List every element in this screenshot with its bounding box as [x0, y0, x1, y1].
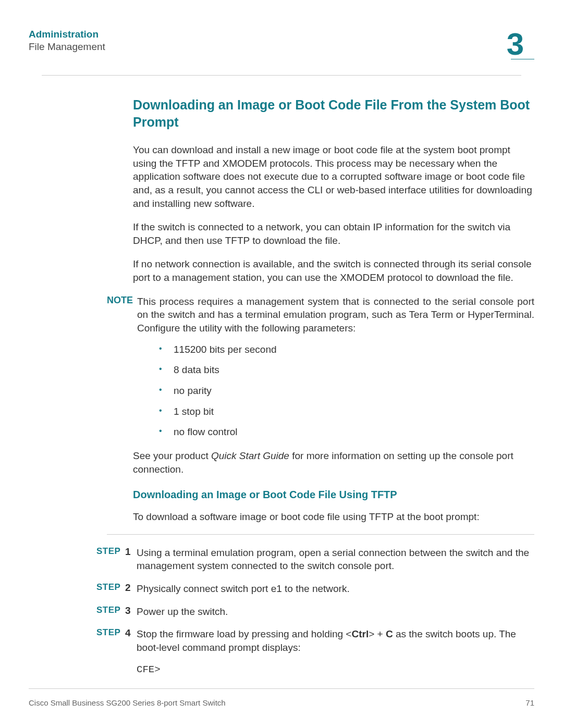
list-item: no flow control — [159, 425, 534, 439]
paragraph: If no network connection is available, a… — [133, 257, 534, 284]
bold-text: C — [386, 628, 393, 639]
paragraph: You can download and install a new image… — [133, 143, 534, 210]
step-text: Using a terminal emulation program, open… — [137, 546, 534, 573]
chapter-rule — [511, 59, 534, 59]
step-label: STEP — [96, 627, 125, 654]
page-header: Administration File Management 3 — [29, 29, 534, 59]
step-text: Power up the switch. — [137, 605, 534, 619]
step-number: 2 — [125, 582, 137, 596]
list-item: no parity — [159, 384, 534, 398]
section-title: Downloading an Image or Boot Code File F… — [133, 96, 534, 130]
header-chapter-title: Administration — [29, 29, 105, 40]
footer-product-name: Cisco Small Business SG200 Series 8-port… — [29, 698, 226, 707]
note-block: NOTE This process requires a management … — [104, 295, 534, 335]
step-row: STEP 4 Stop the firmware load by pressin… — [96, 627, 534, 654]
step-row: STEP 1 Using a terminal emulation progra… — [96, 546, 534, 573]
step-text: Physically connect switch port e1 to the… — [137, 582, 534, 596]
text: > + — [369, 628, 386, 639]
bold-text: Ctrl — [351, 628, 369, 639]
bullet-list: 115200 bits per second 8 data bits no pa… — [159, 343, 534, 439]
step-number: 4 — [125, 627, 137, 654]
step-number: 3 — [125, 605, 137, 619]
subsection-title: Downloading an Image or Boot Code File U… — [133, 489, 534, 501]
note-label: NOTE — [104, 295, 137, 335]
step-label: STEP — [96, 546, 125, 573]
page-footer: Cisco Small Business SG200 Series 8-port… — [0, 698, 563, 707]
step-label: STEP — [96, 605, 125, 619]
step-number: 1 — [125, 546, 137, 573]
list-item: 8 data bits — [159, 363, 534, 377]
page-number: 71 — [525, 698, 534, 707]
chapter-number: 3 — [507, 29, 534, 60]
step-row: STEP 3 Power up the switch. — [96, 605, 534, 619]
steps-divider — [107, 534, 534, 535]
paragraph: To download a software image or boot cod… — [133, 510, 534, 524]
emphasis-text: Quick Start Guide — [211, 450, 289, 461]
step-label: STEP — [96, 582, 125, 596]
header-divider — [42, 75, 521, 76]
text: See your product — [133, 450, 211, 461]
step-text: Stop the firmware load by pressing and h… — [137, 627, 534, 654]
step-row: STEP 2 Physically connect switch port e1… — [96, 582, 534, 596]
paragraph: If the switch is connected to a network,… — [133, 220, 534, 247]
list-item: 1 stop bit — [159, 405, 534, 418]
footer-divider — [29, 688, 534, 689]
paragraph: See your product Quick Start Guide for m… — [133, 449, 534, 476]
code-prompt: CFE> — [137, 664, 534, 675]
list-item: 115200 bits per second — [159, 343, 534, 356]
note-text: This process requires a management syste… — [137, 295, 534, 335]
main-content: Downloading an Image or Boot Code File F… — [133, 96, 534, 285]
header-section-name: File Management — [29, 41, 105, 53]
text: Stop the firmware load by pressing and h… — [137, 628, 351, 639]
